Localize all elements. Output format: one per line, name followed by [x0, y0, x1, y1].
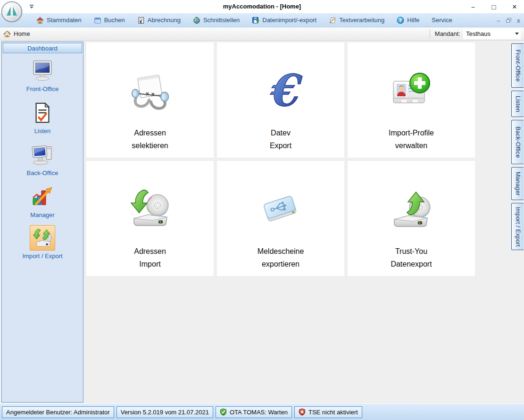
monitor-icon — [31, 59, 54, 82]
tile-adressen-import[interactable]: Adressen Import — [86, 161, 214, 276]
menu-item-hilfe[interactable]: ? Hilfe — [391, 13, 425, 27]
tab-import-export[interactable]: Import / Export — [511, 203, 524, 250]
mandant-label: Mandant: — [435, 30, 460, 37]
menu-item-textverarbeitung[interactable]: Textverarbeitung — [323, 13, 391, 27]
menu-item-service[interactable]: Service — [425, 13, 458, 27]
help-icon: ? — [397, 17, 404, 24]
status-tse-panel[interactable]: TSE nicht aktiviert — [294, 406, 362, 418]
tile-adressen-selektieren[interactable]: Adressen selektieren — [86, 42, 214, 158]
mdi-close-button[interactable]: x — [517, 17, 520, 24]
menu-item-abrechnung[interactable]: € Abrechnung — [131, 13, 187, 27]
sidebar-header-dashboard[interactable]: Dashboard — [3, 43, 82, 53]
menu-item-datenimport-export[interactable]: Datenimport/-export — [246, 13, 323, 27]
mdi-restore-button[interactable] — [506, 18, 511, 23]
breadcrumb-home[interactable]: Home — [3, 30, 30, 38]
mdi-minimize-button[interactable]: – — [497, 17, 500, 24]
sidebar-item-label: Import / Export — [22, 252, 62, 260]
menu-item-buchen[interactable]: Buchen — [88, 13, 131, 27]
tile-datev-export[interactable]: € Datev Export — [217, 42, 344, 158]
sidebar: Dashboard Front-Office — [1, 42, 83, 403]
menu-item-label: Textverarbeitung — [339, 17, 384, 24]
close-button[interactable]: ✕ — [510, 2, 519, 11]
shield-ok-icon — [220, 408, 227, 416]
tile-label-line1: Adressen — [132, 126, 168, 139]
app-window: myAccomodation - [Home] – □ ✕ Stammdaten… — [0, 0, 524, 420]
tile-label-line2: verwalten — [389, 139, 434, 152]
sidebar-item-back-office[interactable]: Back-Office — [2, 142, 83, 176]
chart-icon — [31, 185, 54, 208]
tile-label-line1: Trust-You — [391, 245, 432, 258]
app-logo-icon — [1, 1, 23, 23]
status-bar: Angemeldeter Benutzer: Administrator Ver… — [0, 403, 524, 420]
sidebar-item-label: Back-Office — [27, 169, 58, 176]
tab-back-office[interactable]: Back-Office — [511, 120, 524, 164]
profile-card-add-icon — [389, 69, 434, 114]
status-tse-text: TSE nicht aktiviert — [308, 409, 358, 416]
house-icon — [36, 17, 44, 24]
drive-cd-export-icon — [389, 187, 434, 233]
status-user-text: Angemeldeter Benutzer: Administrator — [6, 409, 110, 416]
sidebar-item-front-office[interactable]: Front-Office — [2, 58, 83, 92]
title-bar: myAccomodation - [Home] – □ ✕ — [0, 0, 524, 13]
sidebar-item-label: Manager — [30, 211, 54, 218]
usb-drive-icon — [258, 187, 303, 233]
menu-item-label: Schnittstellen — [203, 17, 240, 24]
tab-manager[interactable]: Manager — [511, 167, 524, 200]
status-ota-panel[interactable]: OTA TOMAS: Warten — [216, 406, 292, 418]
home-icon — [3, 30, 11, 38]
chevron-down-icon — [515, 33, 519, 35]
content-area: Dashboard Front-Office — [0, 41, 524, 403]
tile-label-line1: Adressen — [134, 245, 166, 258]
quick-access-dropdown-icon[interactable] — [29, 5, 34, 8]
status-version-panel: Version 5.2.019 vom 21.07.2021 — [116, 406, 213, 418]
tile-label-line2: selektieren — [132, 139, 168, 152]
tile-label-line2: Datenexport — [391, 258, 432, 270]
sidebar-item-import-export[interactable]: Import / Export — [2, 225, 83, 260]
status-version-text: Version 5.2.019 vom 21.07.2021 — [121, 409, 209, 416]
menu-item-label: Datenimport/-export — [262, 17, 316, 24]
separator — [430, 30, 430, 38]
tile-label-line2: exportieren — [258, 258, 304, 270]
euro-icon: € — [258, 69, 303, 114]
menu-item-stammdaten[interactable]: Stammdaten — [30, 13, 88, 27]
menu-item-label: Stammdaten — [47, 17, 82, 24]
floppy-export-icon — [252, 17, 259, 24]
tile-label-line1: Datev — [270, 126, 291, 139]
invoice-document-icon: € — [137, 17, 145, 24]
menu-item-label: Hilfe — [407, 17, 419, 24]
menu-item-schnittstellen[interactable]: Schnittstellen — [187, 13, 246, 27]
menu-bar: Stammdaten Buchen € Abrechnung — [0, 13, 524, 27]
svg-text:?: ? — [399, 17, 402, 23]
tile-import-profile-verwalten[interactable]: Import-Profile verwalten — [348, 42, 475, 158]
svg-text:€: € — [139, 20, 142, 24]
tile-meldescheine-exportieren[interactable]: Meldescheine exportieren — [217, 161, 344, 276]
mandant-select[interactable]: Testhaus — [463, 29, 521, 39]
checklist-icon — [32, 101, 53, 124]
workstation-icon — [31, 143, 54, 166]
status-user-panel: Angemeldeter Benutzer: Administrator — [2, 406, 114, 418]
svg-text:€: € — [267, 69, 303, 114]
tile-label-line2: Export — [270, 139, 291, 152]
sidebar-selected-highlight — [30, 225, 55, 251]
tile-trust-you-datenexport[interactable]: Trust-You Datenexport — [348, 161, 475, 276]
tab-listen[interactable]: Listen — [511, 91, 524, 117]
mdi-window-controls: – x — [497, 13, 520, 27]
text-pencil-icon — [329, 17, 336, 24]
sidebar-item-label: Front-Office — [26, 85, 58, 92]
maximize-button[interactable]: □ — [489, 2, 499, 11]
sidebar-item-listen[interactable]: Listen — [2, 100, 83, 134]
shield-error-icon — [299, 408, 306, 416]
tab-front-office[interactable]: Front-Office — [511, 43, 524, 88]
minimize-button[interactable]: – — [468, 2, 478, 11]
menu-item-label: Buchen — [104, 17, 125, 24]
tile-label-line1: Meldescheine — [258, 245, 304, 258]
breadcrumb-bar: Home Mandant: Testhaus — [0, 27, 524, 41]
right-tab-strip: Front-Office Listen Back-Office Manager … — [511, 43, 524, 250]
sidebar-item-manager[interactable]: Manager — [2, 184, 83, 218]
tile-label-line2: Import — [134, 258, 166, 270]
mandant-value: Testhaus — [466, 30, 491, 37]
breadcrumb-home-label: Home — [14, 30, 30, 37]
tile-label-line1: Import-Profile — [389, 126, 434, 139]
app-logo-button[interactable] — [1, 1, 23, 23]
booking-journal-icon — [94, 17, 101, 24]
